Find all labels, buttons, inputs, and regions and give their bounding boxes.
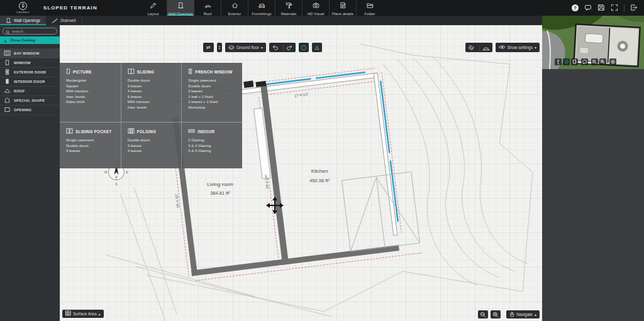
- french-window-icon: [188, 68, 192, 75]
- roof-icon: [4, 88, 11, 94]
- toolbar-item-plans-details[interactable]: Plans details: [329, 0, 356, 16]
- room-area: 450.96 ft²: [309, 178, 330, 183]
- toolbar-item-wall-openings[interactable]: Wall Openings: [167, 0, 194, 16]
- floor-stepper[interactable]: ▴ ▾: [217, 43, 222, 52]
- top-right-icons: ?: [572, 0, 638, 16]
- undo-icon[interactable]: [269, 45, 281, 50]
- svg-text:W: W: [104, 170, 108, 174]
- pencil-icon: [150, 0, 157, 11]
- toolbar-item-materials[interactable]: Materials: [275, 0, 302, 16]
- bay-window-icon: [4, 50, 11, 57]
- tab-bar: Wall Openings Stairwell: [0, 16, 542, 25]
- sidebar-item-exterior-door[interactable]: EXTERIOR DOOR: [0, 68, 60, 77]
- table-icon: [65, 310, 71, 317]
- brand-label: CEDREO: [16, 11, 30, 14]
- eraser-icon[interactable]: [465, 45, 477, 51]
- catalog-item[interactable]: 1 leaf + 1 fixed: [188, 94, 237, 100]
- triangle-ruler-icon[interactable]: △: [312, 43, 322, 52]
- sidebar-item-special-shape[interactable]: SPECIAL SHAPE: [0, 96, 60, 106]
- swap-icon[interactable]: ⇄: [203, 43, 214, 52]
- catalog-item[interactable]: Inter. levels: [66, 94, 116, 100]
- catalog-item[interactable]: With transom: [128, 99, 177, 105]
- catalog-item[interactable]: 3 & 4 Glazing: [188, 143, 237, 149]
- floor-selector[interactable]: Ground floor ▾: [225, 43, 266, 52]
- search-box[interactable]: [3, 28, 57, 35]
- feedback-icon[interactable]: [584, 3, 592, 14]
- house-icon: [231, 0, 238, 11]
- fullscreen-icon[interactable]: [611, 3, 618, 14]
- toolbar-item-folder[interactable]: Folder: [356, 0, 383, 16]
- catalog-item[interactable]: 4 leaves: [128, 89, 177, 94]
- catalog-item[interactable]: Rectangular: [66, 78, 116, 84]
- toolbar-item-hd-visual[interactable]: HD Visual: [302, 0, 329, 16]
- sofa-icon: [258, 0, 265, 11]
- category-list: BAY WINDOW WINDOW EXTERIOR DOOR INT: [0, 48, 60, 115]
- exit-icon[interactable]: [630, 3, 638, 14]
- sidebar-item-roof[interactable]: ROOF: [0, 87, 60, 96]
- toolbar-item-exterior[interactable]: Exterior: [221, 0, 248, 16]
- hand-icon: [509, 311, 514, 318]
- catalog-item[interactable]: 2 Glazing: [188, 138, 237, 143]
- catalog-item[interactable]: Double doors: [66, 143, 116, 149]
- toolbar-item-roof[interactable]: Roof: [194, 0, 221, 16]
- navigate-button[interactable]: Navigate ▴: [506, 310, 540, 318]
- room-name: Living room: [207, 182, 233, 187]
- show-settings-button[interactable]: Show settings ▾: [496, 43, 540, 52]
- sidebar-item-window[interactable]: WINDOW: [0, 58, 60, 68]
- catalog-item[interactable]: Double doors: [128, 78, 177, 84]
- main-toolbar: Layout Wall Openings Roof Exterior Furni…: [140, 0, 383, 16]
- sliding-window-icon: [128, 68, 135, 75]
- chevron-down-icon: ▾: [261, 45, 263, 50]
- catalog-item[interactable]: Square: [66, 84, 116, 89]
- catalog-item[interactable]: Single casement: [188, 78, 237, 84]
- camera-icon: [313, 0, 319, 11]
- catalog-item[interactable]: 3 leaves: [128, 143, 177, 149]
- room-name: Kitchen: [311, 168, 328, 174]
- save-icon[interactable]: [597, 3, 605, 14]
- fixture[interactable]: [243, 80, 253, 88]
- catalog-item[interactable]: With transom: [66, 89, 116, 94]
- catalog-item[interactable]: Inter. levels: [128, 105, 177, 111]
- zoom-in-icon[interactable]: [491, 310, 501, 318]
- 3d-preview[interactable]: [542, 16, 644, 69]
- canvas-toolbar: ⇄ ▴ ▾ Ground floor ▾: [203, 43, 322, 52]
- cedreo-logo[interactable]: CEDREO: [16, 0, 30, 16]
- catalog-item[interactable]: 4 leaves: [66, 148, 116, 154]
- sidebar-item-opening[interactable]: OPENING: [0, 106, 60, 115]
- close-catalog-button[interactable]: ▴ Close Catalog: [0, 36, 60, 44]
- catalog-item[interactable]: 2 leaves + 1 fixed: [188, 99, 237, 105]
- divider: [82, 17, 82, 24]
- chevron-up-icon: ▴: [4, 38, 6, 43]
- chevron-up-icon: ▴: [99, 312, 101, 316]
- surface-area-bar: Surface Area ▴: [62, 307, 104, 318]
- catalog-item[interactable]: Single casement: [66, 138, 116, 143]
- search-input[interactable]: [12, 30, 54, 33]
- catalog-item[interactable]: Double doors: [188, 84, 237, 89]
- eye-icon: [499, 45, 506, 50]
- catalog-item[interactable]: Glass brick: [66, 99, 116, 105]
- help-icon[interactable]: ?: [572, 4, 579, 11]
- sidebar-item-bay-window[interactable]: BAY WINDOW: [0, 49, 60, 58]
- dome-icon[interactable]: [479, 45, 492, 51]
- catalog-item[interactable]: 3 leaves: [188, 89, 237, 94]
- catalog-item[interactable]: Double doors: [128, 138, 177, 143]
- catalog-item[interactable]: 3 leaves: [128, 84, 177, 89]
- tab-wall-openings[interactable]: Wall Openings: [0, 16, 46, 25]
- render-icon[interactable]: [299, 43, 309, 52]
- plan-canvas[interactable]: 17'-6 1/2" 26'-4 1/4" 28'-4 1/2" Living …: [60, 25, 542, 321]
- catalog-sidebar: ▴ Close Catalog BAY WINDOW WINDOW: [0, 25, 60, 321]
- catalog-item[interactable]: 6 leaves: [128, 94, 177, 100]
- toolbar-item-furnishings[interactable]: Furnishings: [248, 0, 275, 16]
- catalog-item[interactable]: 5 & 6 Glazing: [188, 148, 237, 154]
- toolbar-item-layout[interactable]: Layout: [140, 0, 167, 16]
- catalog-item[interactable]: Workshop: [188, 105, 237, 111]
- canvas-toolbar-right: Show settings ▾: [465, 43, 540, 52]
- window-icon: [4, 60, 11, 66]
- sidebar-item-interior-door[interactable]: INTERIOR DOOR: [0, 77, 60, 87]
- catalog-popup: PICTURE Rectangular Square With transom …: [60, 63, 242, 168]
- zoom-out-icon[interactable]: [478, 310, 488, 318]
- surface-area-button[interactable]: Surface Area ▴: [62, 310, 104, 318]
- tab-stairwell[interactable]: Stairwell: [46, 16, 82, 25]
- redo-icon[interactable]: [283, 45, 296, 50]
- catalog-item[interactable]: 4 leaves: [128, 148, 177, 154]
